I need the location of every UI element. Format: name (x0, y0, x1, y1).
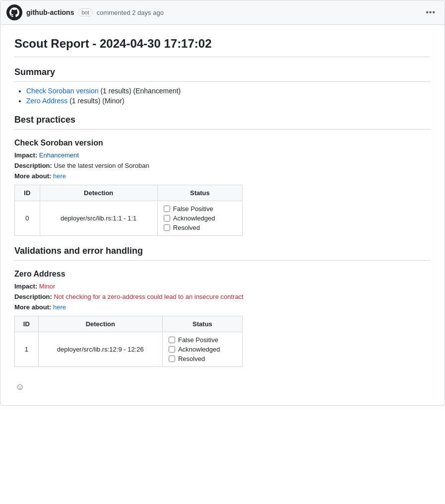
comment-time: commented 2 days ago (97, 9, 164, 16)
label-fp-1: False Positive (173, 205, 213, 213)
checkbox-ack-2[interactable] (169, 346, 175, 353)
description-value-1: Use the latest version of Soroban (54, 162, 149, 169)
comment-header: github-actions bot commented 2 days ago … (0, 0, 445, 25)
label-res-1: Resolved (173, 224, 200, 231)
col-id-2: ID (15, 316, 39, 332)
section-heading-best-practices: Best practices (14, 115, 431, 130)
summary-link-1[interactable]: Check Soroban version (26, 87, 99, 95)
section-heading-validations: Validations and error handling (14, 246, 431, 261)
checkbox-res-1[interactable] (164, 224, 170, 231)
list-item: Zero Address (1 results) (Minor) (26, 97, 431, 105)
impact-row-2: Impact: Minor (14, 283, 431, 290)
more-link-1[interactable]: here (53, 172, 66, 180)
detection-table-2: ID Detection Status 1 deployer/src/lib.r… (14, 316, 243, 367)
description-label-1: Description: (14, 162, 52, 169)
report-title: Scout Report - 2024-04-30 17:17:02 (14, 37, 431, 57)
more-options-button[interactable]: ••• (423, 7, 439, 18)
description-row-2: Description: Not checking for a zero-add… (14, 293, 431, 300)
checkbox-false-positive-1[interactable]: False Positive (164, 205, 236, 213)
finding-title-2: Zero Address (14, 270, 431, 279)
checkbox-fp-2[interactable] (169, 337, 175, 343)
cell-id-2: 1 (15, 332, 39, 367)
cell-detection-2: deployer/src/lib.rs:12:9 - 12:26 (38, 332, 162, 367)
more-row-1: More about: here (14, 172, 431, 180)
label-ack-2: Acknowledged (178, 346, 220, 353)
col-detection-1: Detection (40, 185, 157, 201)
impact-row-1: Impact: Enhancement (14, 151, 431, 159)
checkbox-res-2[interactable] (169, 356, 175, 362)
label-res-2: Resolved (178, 355, 205, 362)
label-ack-1: Acknowledged (173, 215, 215, 222)
checkbox-resolved-2[interactable]: Resolved (169, 355, 236, 362)
cell-detection-1: deployer/src/lib.rs:1:1 - 1:1 (40, 201, 157, 236)
cell-id-1: 0 (15, 201, 40, 236)
col-status-2: Status (162, 316, 242, 332)
checkbox-false-positive-2[interactable]: False Positive (169, 336, 236, 344)
footer-actions: ☺ (14, 377, 431, 393)
table-row: 0 deployer/src/lib.rs:1:1 - 1:1 False Po… (15, 201, 243, 236)
more-row-2: More about: here (14, 303, 431, 311)
avatar (6, 4, 22, 20)
summary-heading: Summary (14, 67, 431, 82)
emoji-reaction-button[interactable]: ☺ (14, 381, 25, 393)
description-row-1: Description: Use the latest version of S… (14, 162, 431, 169)
more-link-2[interactable]: here (53, 303, 66, 311)
impact-label-2: Impact: (14, 283, 37, 290)
impact-value-2: Minor (39, 283, 56, 290)
table-row: 1 deployer/src/lib.rs:12:9 - 12:26 False… (15, 332, 243, 367)
col-status-1: Status (157, 185, 242, 201)
bot-badge: bot (78, 8, 92, 16)
comment-author: github-actions (26, 8, 74, 16)
description-value-2: Not checking for a zero-address could le… (54, 293, 243, 300)
col-detection-2: Detection (38, 316, 162, 332)
summary-suffix-1: (1 results) (Enhancement) (99, 87, 181, 95)
checkbox-acknowledged-1[interactable]: Acknowledged (164, 215, 236, 222)
github-icon (9, 7, 19, 17)
main-container: github-actions bot commented 2 days ago … (0, 0, 445, 504)
finding-title-1: Check Soroban version (14, 139, 431, 147)
description-label-2: Description: (14, 293, 52, 300)
detection-table-1: ID Detection Status 0 deployer/src/lib.r… (14, 185, 243, 236)
cell-status-1: False Positive Acknowledged Resolved (157, 201, 242, 236)
checkbox-ack-1[interactable] (164, 215, 170, 221)
col-id-1: ID (15, 185, 40, 201)
comment-header-left: github-actions bot commented 2 days ago (6, 4, 164, 20)
cell-status-2: False Positive Acknowledged Resolved (162, 332, 242, 367)
impact-value-1: Enhancement (39, 151, 79, 159)
summary-list: Check Soroban version (1 results) (Enhan… (14, 87, 431, 105)
checkbox-acknowledged-2[interactable]: Acknowledged (169, 346, 236, 353)
more-label-2: More about: (14, 303, 51, 311)
checkbox-resolved-1[interactable]: Resolved (164, 224, 236, 231)
checkbox-fp-1[interactable] (164, 206, 170, 212)
impact-label-1: Impact: (14, 151, 37, 159)
summary-link-2[interactable]: Zero Address (26, 97, 67, 105)
label-fp-2: False Positive (178, 336, 218, 344)
more-label-1: More about: (14, 172, 51, 180)
summary-suffix-2: (1 results) (Minor) (67, 97, 124, 105)
list-item: Check Soroban version (1 results) (Enhan… (26, 87, 431, 95)
comment-body: Scout Report - 2024-04-30 17:17:02 Summa… (0, 25, 445, 406)
